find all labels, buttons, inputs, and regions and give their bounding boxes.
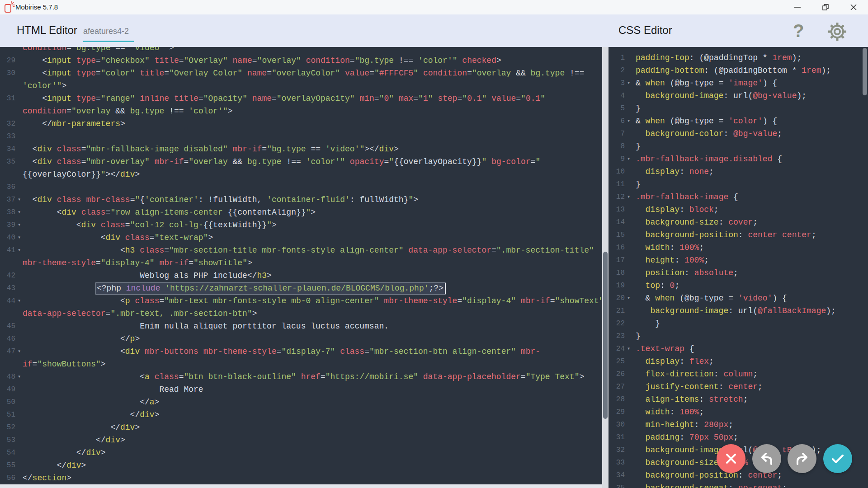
code-line[interactable]: 19top: 0; <box>609 279 868 292</box>
code-line[interactable]: 30min-height: 280px; <box>609 418 868 431</box>
code-line[interactable]: 52</div> <box>0 421 602 434</box>
css-code-editor[interactable]: 1padding-top: (@paddingTop * 1rem);2padd… <box>609 47 868 488</box>
code-line[interactable]: {{overlayColor}}"></div> <box>0 168 602 181</box>
code-line[interactable]: 55</div> <box>0 459 602 472</box>
code-line[interactable]: 18position: absolute; <box>609 267 868 279</box>
fold-arrow-icon[interactable]: ▾ <box>18 345 21 358</box>
code-line[interactable]: 32</mbr-parameters> <box>0 117 602 130</box>
code-line[interactable]: 37▾<div class mbr-class="{'container': !… <box>0 193 602 206</box>
cancel-button[interactable] <box>717 444 745 473</box>
code-line[interactable]: 50</a> <box>0 396 602 408</box>
code-line[interactable]: 39▾<div class="col-12 col-lg-{{textWidth… <box>0 219 602 231</box>
horizontal-scrollbar-track[interactable] <box>0 484 602 488</box>
fold-arrow-icon[interactable]: ▾ <box>18 371 21 383</box>
code-line[interactable]: 31<input type="range" inline title="Opac… <box>0 92 602 105</box>
scrollbar-thumb[interactable] <box>603 252 608 419</box>
code-line[interactable]: 51</div> <box>0 408 602 421</box>
code-line[interactable]: 38▾<div class="row align-items-center {{… <box>0 206 602 219</box>
code-line[interactable]: 8} <box>609 140 868 153</box>
code-line[interactable]: 6▾& when (@bg-type = 'color') { <box>609 115 868 127</box>
code-line[interactable]: condition="overlay && bg.type !== 'color… <box>0 105 602 117</box>
tab-afeatures4-2[interactable]: afeatures4-2 <box>83 27 129 36</box>
code-line[interactable]: 43<?php include 'https://zahnarzt-schall… <box>0 282 602 295</box>
code-line[interactable]: 17height: 100%; <box>609 254 868 267</box>
help-icon[interactable]: ? <box>793 21 804 41</box>
code-line[interactable]: data-app-selector=".mbr-text, .mbr-secti… <box>0 307 602 320</box>
fold-arrow-icon[interactable]: ▾ <box>18 295 21 307</box>
code-line[interactable]: 35<div class="mbr-overlay" mbr-if="overl… <box>0 155 602 168</box>
code-line[interactable]: 21background-image: url(@fallBackImage); <box>609 305 868 317</box>
confirm-button[interactable] <box>823 444 852 473</box>
fold-arrow-icon[interactable]: ▾ <box>627 191 630 203</box>
fold-arrow-icon[interactable]: ▾ <box>627 77 630 89</box>
code-line[interactable]: 11} <box>609 178 868 191</box>
code-line[interactable]: 31padding: 70px 50px; <box>609 431 868 444</box>
selected-code[interactable]: <?php include 'https://zahnarzt-schaller… <box>96 283 446 294</box>
pane-scrollbar-track[interactable] <box>602 47 609 488</box>
code-line[interactable]: if="showButtons"> <box>0 358 602 371</box>
code-line[interactable]: 28align-items: stretch; <box>609 393 868 406</box>
code-line[interactable]: 14background-size: cover; <box>609 216 868 229</box>
minimize-button[interactable] <box>787 0 808 14</box>
code-line[interactable]: 29width: 100%; <box>609 406 868 418</box>
code-line[interactable]: 41▾<h3 class="mbr-section-title mbr-font… <box>0 244 602 257</box>
code-line[interactable]: 44▾<p class="mbr-text mbr-fonts-style mb… <box>0 295 602 307</box>
line-number: 55 <box>0 459 15 472</box>
code-line[interactable]: 12▾.mbr-fallback-image { <box>609 191 868 203</box>
code-line[interactable]: 26flex-direction: column; <box>609 368 868 380</box>
gear-icon[interactable] <box>826 21 848 44</box>
code-line[interactable]: mbr-theme-style="display-4" mbr-if="show… <box>0 257 602 269</box>
code-line[interactable]: 15background-position: center center; <box>609 229 868 241</box>
code-line[interactable]: 47▾<div mbr-buttons mbr-theme-style="dis… <box>0 345 602 358</box>
code-line[interactable]: 30<input type="color" title="Overlay Col… <box>0 67 602 80</box>
code-line[interactable]: 'color'"> <box>0 80 602 92</box>
restore-button[interactable] <box>815 0 836 14</box>
code-line[interactable]: 7background-color: @bg-value; <box>609 127 868 140</box>
fold-arrow-icon[interactable]: ▾ <box>627 343 630 355</box>
code-line[interactable]: 33 <box>0 130 602 143</box>
code-line[interactable]: 22} <box>609 317 868 330</box>
code-line[interactable]: 42Weblog als PHP include</h3> <box>0 269 602 282</box>
code-line[interactable]: 45Enim nulla aliquet porttitor lacus luc… <box>0 320 602 333</box>
fold-arrow-icon[interactable]: ▾ <box>18 206 21 219</box>
fold-arrow-icon[interactable]: ▾ <box>627 292 630 305</box>
code-line[interactable]: 9▾.mbr-fallback-image.disabled { <box>609 153 868 165</box>
code-line[interactable]: condition="bg.type == 'video'"> <box>0 47 602 54</box>
code-line[interactable]: 1padding-top: (@paddingTop * 1rem); <box>609 52 868 64</box>
fold-arrow-icon[interactable]: ▾ <box>627 115 630 127</box>
code-line[interactable]: 34<div class="mbr-fallback-image disable… <box>0 143 602 155</box>
code-line[interactable]: 13display: block; <box>609 203 868 216</box>
code-line[interactable]: 2padding-bottom: (@paddingBottom * 1rem)… <box>609 64 868 77</box>
undo-button[interactable] <box>752 444 781 473</box>
code-line[interactable]: 29<input type="checkbox" title="Overlay"… <box>0 54 602 67</box>
line-number: 31 <box>0 92 15 105</box>
code-line[interactable]: 4background-image: url(@bg-value); <box>609 89 868 102</box>
code-line[interactable]: 16width: 100%; <box>609 241 868 254</box>
code-line[interactable]: 48▾<a class="btn btn-black-outline" href… <box>0 371 602 383</box>
code-line[interactable]: 53</div> <box>0 434 602 446</box>
code-line[interactable]: 36 <box>0 181 602 193</box>
code-line[interactable]: 25display: flex; <box>609 355 868 368</box>
code-line[interactable]: 20▾& when (@bg-type = 'video') { <box>609 292 868 305</box>
code-line[interactable]: 3▾& when (@bg-type = 'image') { <box>609 77 868 89</box>
html-code-editor[interactable]: condition="bg.type == 'video'">29<input … <box>0 47 602 484</box>
code-line[interactable]: 10display: none; <box>609 165 868 178</box>
redo-button[interactable] <box>788 444 816 473</box>
code-line[interactable]: 35background-repeat: no-repeat; <box>609 482 868 488</box>
fold-arrow-icon[interactable]: ▾ <box>18 219 21 231</box>
fold-arrow-icon[interactable]: ▾ <box>18 231 21 244</box>
code-line[interactable]: 27justify-content: center; <box>609 380 868 393</box>
fold-arrow-icon[interactable]: ▾ <box>18 193 21 206</box>
code-line[interactable]: 54</div> <box>0 446 602 459</box>
fold-arrow-icon[interactable]: ▾ <box>18 244 21 257</box>
fold-arrow-icon[interactable]: ▾ <box>627 153 630 165</box>
code-line[interactable]: 56</section> <box>0 472 602 484</box>
code-line[interactable]: 5} <box>609 102 868 115</box>
code-line[interactable]: 24▾.text-wrap { <box>609 343 868 355</box>
code-line[interactable]: 23} <box>609 330 868 343</box>
code-line[interactable]: 49Read More <box>0 383 602 396</box>
close-button[interactable] <box>843 0 864 14</box>
code-line[interactable]: 46</p> <box>0 333 602 345</box>
css-scrollbar-thumb[interactable] <box>863 48 867 95</box>
code-line[interactable]: 40▾<div class="text-wrap"> <box>0 231 602 244</box>
